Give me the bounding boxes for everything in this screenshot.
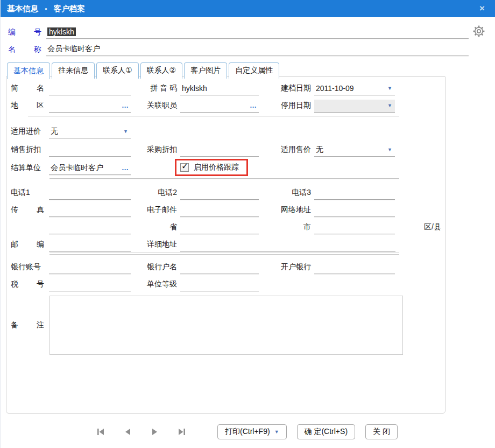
- tab-custom-attributes[interactable]: 自定义属性: [229, 62, 279, 79]
- website-label: 网络地址: [259, 205, 311, 217]
- chevron-down-icon: ▼: [387, 86, 393, 91]
- code-label: 编号: [8, 27, 41, 39]
- address-label: 详细地址: [131, 240, 177, 251]
- website-input[interactable]: [314, 204, 395, 217]
- zipcode-label: 邮编: [11, 240, 44, 251]
- titlebar: 基本信息 ● 客户档案 ×: [1, 0, 495, 17]
- region-extra-input[interactable]: [49, 221, 131, 234]
- disable-date-label: 停用日期: [259, 101, 311, 113]
- footer-bar: 打印(Ctrl+F9) ▼ 确 定(Ctrl+S) 关 闭: [1, 424, 495, 439]
- tax-no-input[interactable]: [49, 278, 131, 291]
- double-divider: [49, 253, 399, 255]
- tab-transactions[interactable]: 往来信息: [52, 62, 95, 79]
- phone3-input[interactable]: [314, 187, 395, 200]
- titlebar-bullet-icon: ●: [45, 6, 47, 11]
- bank-name-label: 开户银行: [259, 262, 311, 274]
- action-buttons: 打印(Ctrl+F9) ▼ 确 定(Ctrl+S) 关 闭: [217, 424, 398, 439]
- region-picker-ellipsis-icon[interactable]: …: [122, 101, 129, 109]
- chevron-down-icon: ▼: [387, 147, 393, 152]
- page-title: 客户档案: [54, 4, 85, 14]
- email-label: 电子邮件: [131, 205, 177, 217]
- customer-profile-dialog: 基本信息 ● 客户档案 × 编号 hyklskh 名称 会员卡临时客户: [0, 0, 495, 448]
- chevron-down-icon: ▼: [274, 429, 279, 435]
- settlement-unit-input[interactable]: 会员卡临时客户 …: [49, 162, 131, 175]
- sale-price-type-label: 适用售价: [259, 145, 311, 157]
- unit-level-label: 单位等级: [131, 279, 177, 291]
- name-label: 名称: [8, 45, 41, 56]
- district-label: 区/县: [424, 222, 441, 234]
- fax-input[interactable]: [49, 204, 131, 217]
- settings-gear-icon[interactable]: [472, 25, 485, 39]
- bank-holder-input[interactable]: [180, 261, 259, 274]
- purchase-discount-input[interactable]: [180, 144, 259, 157]
- section-divider: [28, 116, 399, 117]
- phone1-label: 电话1: [11, 188, 44, 200]
- phone2-label: 电话2: [131, 188, 177, 200]
- address-input[interactable]: [180, 239, 395, 251]
- region-input[interactable]: …: [49, 100, 131, 113]
- pinyin-input[interactable]: hyklskh: [180, 82, 259, 95]
- settlement-unit-label: 结算单位: [11, 163, 44, 175]
- tab-customer-images[interactable]: 客户图片: [184, 62, 227, 79]
- ok-button[interactable]: 确 定(Ctrl+S): [297, 424, 356, 439]
- phone1-input[interactable]: [49, 187, 131, 200]
- city-input[interactable]: [314, 221, 395, 234]
- sales-discount-input[interactable]: [49, 144, 131, 157]
- fax-label: 传真: [11, 205, 44, 217]
- bank-holder-label: 银行户名: [131, 262, 177, 274]
- purchase-price-type-select[interactable]: 无 ▼: [49, 125, 131, 138]
- remark-label: 备注: [11, 320, 44, 330]
- close-icon[interactable]: ×: [476, 2, 489, 15]
- code-value-selected: hyklskh: [47, 27, 76, 36]
- price-tracking-label: 启用价格跟踪: [194, 163, 239, 172]
- print-button[interactable]: 打印(Ctrl+F9) ▼: [217, 424, 287, 439]
- chevron-down-icon: ▼: [387, 103, 393, 108]
- header-area: 编号 hyklskh 名称 会员卡临时客户: [1, 19, 495, 56]
- pinyin-label: 拼 音 码: [131, 83, 177, 95]
- tab-basic-info[interactable]: 基本信息: [7, 62, 50, 79]
- purchase-discount-label: 采购折扣: [131, 145, 177, 157]
- region-label: 地区: [11, 101, 44, 113]
- remark-textarea[interactable]: [49, 296, 403, 355]
- sale-price-type-select[interactable]: 无 ▼: [314, 144, 395, 157]
- phone3-label: 电话3: [259, 188, 311, 200]
- last-record-icon[interactable]: [178, 427, 187, 437]
- sales-discount-label: 销售折扣: [11, 145, 44, 157]
- checkmark-icon: ✓: [181, 161, 188, 171]
- name-value: 会员卡临时客户: [47, 44, 100, 54]
- email-input[interactable]: [180, 204, 259, 217]
- tax-no-label: 税号: [11, 279, 44, 291]
- titlebar-module-label: 基本信息: [7, 4, 38, 14]
- city-label: 市: [259, 222, 311, 234]
- code-input[interactable]: hyklskh: [46, 26, 469, 39]
- province-input[interactable]: [180, 221, 259, 234]
- bank-account-label: 银行账号: [11, 262, 44, 274]
- bank-account-input[interactable]: [49, 261, 131, 274]
- price-tracking-highlight-box: ✓ 启用价格跟踪: [175, 159, 248, 176]
- previous-record-icon[interactable]: [123, 427, 132, 437]
- tab-contact-1[interactable]: 联系人①: [96, 62, 139, 79]
- create-date-label: 建档日期: [259, 83, 311, 95]
- staff-picker-ellipsis-icon[interactable]: …: [250, 101, 257, 109]
- bank-name-input[interactable]: [314, 261, 395, 274]
- next-record-icon[interactable]: [150, 427, 160, 437]
- basic-info-tab-panel: 简名 拼 音 码 hyklskh 建档日期 2011-10-09 ▼ 地区 … …: [6, 76, 445, 414]
- zipcode-input[interactable]: [49, 239, 131, 251]
- short-name-label: 简名: [11, 83, 44, 95]
- blank-label: [11, 232, 44, 234]
- purchase-price-type-label: 适用进价: [11, 127, 44, 138]
- record-nav-group: [95, 427, 187, 437]
- create-date-select[interactable]: 2011-10-09 ▼: [314, 82, 395, 95]
- tab-contact-2[interactable]: 联系人②: [140, 62, 183, 79]
- first-record-icon[interactable]: [95, 427, 105, 437]
- unit-level-input[interactable]: [180, 278, 259, 291]
- section-divider: [49, 178, 399, 179]
- close-button[interactable]: 关 闭: [365, 424, 398, 439]
- name-input[interactable]: 会员卡临时客户: [46, 43, 469, 56]
- phone2-input[interactable]: [180, 187, 259, 200]
- disable-date-select[interactable]: ▼: [314, 100, 395, 113]
- price-tracking-checkbox[interactable]: ✓: [180, 163, 189, 172]
- linked-staff-input[interactable]: …: [180, 100, 259, 113]
- short-name-input[interactable]: [49, 82, 131, 95]
- settlement-unit-picker-ellipsis-icon[interactable]: …: [122, 164, 129, 172]
